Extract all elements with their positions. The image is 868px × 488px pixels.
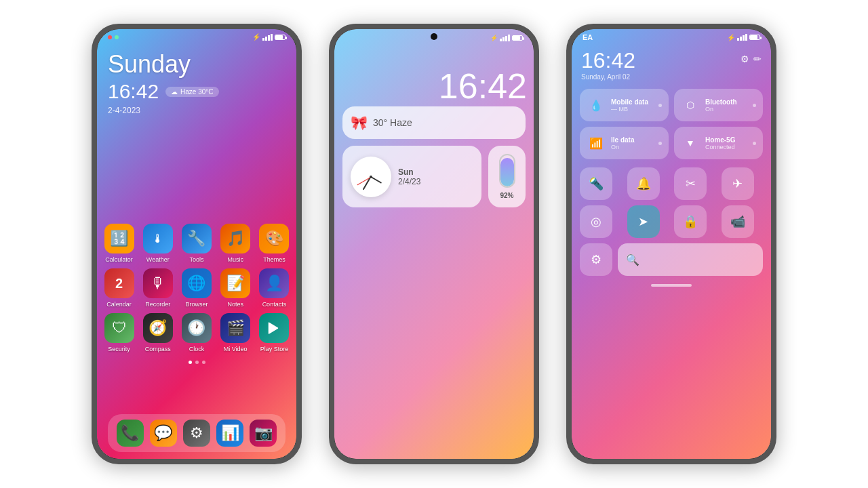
settings-dock-icon: ⚙ (183, 420, 210, 447)
widget-time-big: 16:42 (334, 66, 527, 106)
app-contacts[interactable]: 👤 Contacts (258, 268, 291, 308)
mivideo-label: Mi Video (224, 346, 248, 352)
conn-mobile-data[interactable]: 💧 Mobile data — MB (580, 89, 669, 121)
battery-pill (499, 154, 515, 188)
notes-icon: 📝 (220, 268, 250, 298)
themes-label: Themes (263, 256, 285, 263)
phone-3: EA ⚡ 16:42 Sunday, April 02 (566, 24, 776, 464)
bt-icon-3: ⚡ (727, 34, 735, 41)
dock-settings[interactable]: ⚙ (183, 420, 210, 447)
dnd-btn[interactable]: ◎ (580, 205, 612, 238)
contacts-icon: 👤 (259, 268, 289, 298)
conn-wifi[interactable]: ▼ Home-5G Connected (674, 127, 763, 159)
lock-btn[interactable]: 🔒 (674, 205, 707, 238)
weather-label: Weather (146, 256, 170, 263)
conn-mobile2-detail: On (611, 144, 653, 150)
battery-pct: 92% (500, 192, 513, 199)
signal-bars (262, 34, 273, 41)
security-label: Security (108, 346, 130, 352)
punch-hole-camera (431, 33, 437, 40)
day-display: Sunday (108, 50, 285, 79)
page-dots (97, 361, 296, 364)
bluetooth-tile-icon: ⬡ (681, 96, 700, 115)
flashlight-btn[interactable]: 🔦 (580, 167, 612, 200)
themes-icon: 🎨 (259, 224, 289, 253)
cloud-icon: ☁ (171, 88, 178, 96)
dot-green (115, 35, 119, 39)
clock-date: 2/4/23 (398, 177, 420, 186)
conn-wifi-detail: Connected (705, 144, 747, 150)
app-recorder[interactable]: 🎙 Recorder (141, 268, 174, 308)
app-music[interactable]: 🎵 Music (219, 224, 252, 263)
conn-mobile2-name: lle data (611, 136, 653, 144)
dock-finance[interactable]: 📊 (216, 420, 243, 447)
app-mivideo[interactable]: 🎬 Mi Video (219, 313, 252, 352)
conn-bluetooth[interactable]: ⬡ Bluetooth On (674, 89, 763, 121)
signal-2 (500, 35, 510, 41)
browser-label: Browser (185, 301, 208, 308)
calendar-label: Calendar (106, 301, 132, 308)
battery-icon-2 (512, 35, 523, 41)
weather-icon-app: 🌡 (143, 224, 173, 253)
app-tools[interactable]: 🔧 Tools (180, 224, 213, 263)
conn-mobile-name: Mobile data (611, 98, 653, 106)
video-btn[interactable]: 📹 (722, 205, 754, 238)
music-icon: 🎵 (220, 224, 250, 253)
battery-widget: 92% (488, 146, 526, 207)
clock-icon: 🕐 (182, 313, 212, 343)
security-icon: 🛡 (104, 313, 134, 343)
app-calculator[interactable]: 🔢 Calculator (102, 224, 136, 263)
conn-mobile-data-2[interactable]: 📶 lle data On (580, 127, 669, 159)
app-notes[interactable]: 📝 Notes (219, 268, 252, 308)
screenshot-btn[interactable]: ✂ (674, 167, 707, 200)
ctrl-bottom-row: ⚙ 🔍 (572, 241, 771, 279)
app-weather[interactable]: 🌡 Weather (141, 224, 174, 263)
browser-icon: 🌐 (182, 268, 212, 298)
dock-camera[interactable]: 📷 (250, 420, 277, 447)
conn-bt-name: Bluetooth (705, 98, 747, 106)
app-playstore[interactable]: Play Store (258, 313, 291, 352)
app-compass[interactable]: 🧭 Compass (141, 313, 174, 352)
mobile-data-2-icon: 📶 (587, 134, 606, 152)
user-initials: EA (583, 33, 593, 41)
weather-widget-text: 30° Haze (373, 117, 412, 128)
filter-icon[interactable]: ⚙ (741, 54, 749, 64)
app-calendar[interactable]: 2 Calendar (102, 268, 136, 308)
weather-badge: ☁ Haze 30°C (165, 87, 218, 97)
weather-widget: 🎀 30° Haze (342, 106, 526, 139)
phone-1: ⚡ Sunday 16:42 ☁ Haze 30 (92, 24, 302, 464)
clock-date-widget: Sun 2/4/23 (342, 146, 481, 207)
app-browser[interactable]: 🌐 Browser (180, 268, 213, 308)
tools-label: Tools (189, 256, 203, 263)
edit-icon[interactable]: ✏ (753, 54, 762, 64)
tools-icon: 🔧 (182, 224, 212, 253)
status-bar-1: ⚡ (97, 29, 296, 45)
bt-icon-2: ⚡ (490, 35, 498, 41)
app-themes[interactable]: 🎨 Themes (258, 224, 291, 263)
app-security[interactable]: 🛡 Security (102, 313, 136, 352)
conn-bt-detail: On (705, 106, 747, 113)
battery-icon-3 (749, 35, 760, 40)
dock-messages[interactable]: 💬 (150, 420, 177, 447)
contacts-label: Contacts (262, 301, 287, 308)
dock-phone[interactable]: 📞 (117, 420, 144, 447)
ctrl-search-bar[interactable]: 🔍 (618, 243, 763, 276)
hour-hand (371, 176, 382, 184)
weather-text: Haze 30°C (180, 88, 213, 96)
airplane-btn[interactable]: ✈ (722, 167, 754, 200)
recorder-label: Recorder (145, 301, 170, 308)
conn-mobile-detail: — MB (611, 106, 653, 113)
calendar-icon: 2 (104, 268, 134, 298)
app-clock[interactable]: 🕐 Clock (180, 313, 213, 352)
date-display: 2-4-2023 (108, 106, 285, 115)
mobile-data-icon: 💧 (587, 96, 606, 115)
location-btn[interactable]: ➤ (627, 205, 660, 238)
status-right-1: ⚡ (252, 33, 285, 41)
notification-btn[interactable]: 🔔 (627, 167, 660, 200)
status-bar-3: EA ⚡ (572, 29, 771, 45)
ctrl-date: Sunday, April 02 (581, 73, 635, 81)
app-grid-1: 🔢 Calculator 🌡 Weather 🔧 Tools 🎵 Music 🎨… (97, 224, 296, 352)
analog-clock (351, 157, 391, 197)
ctrl-settings-btn[interactable]: ⚙ (580, 243, 612, 276)
compass-icon: 🧭 (143, 313, 173, 343)
